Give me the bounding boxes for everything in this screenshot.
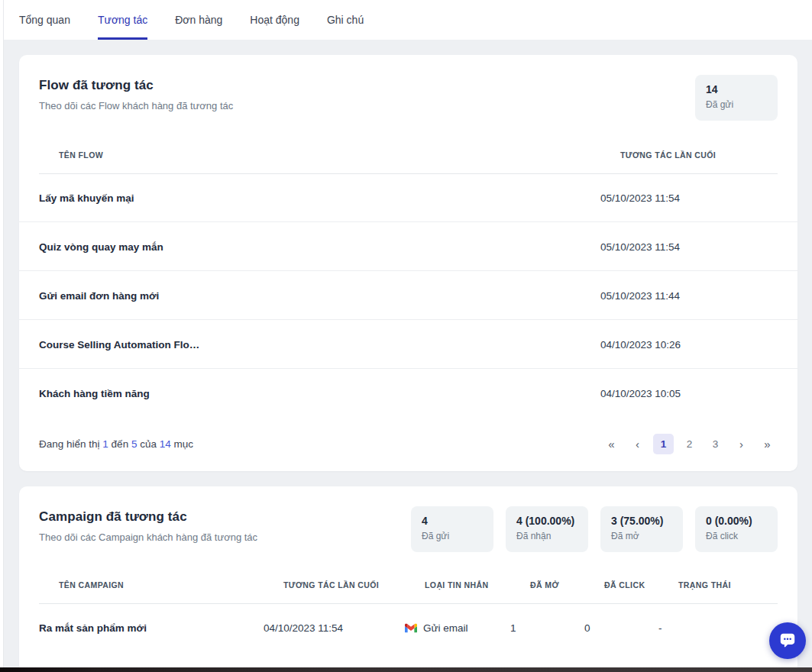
- campaign-table-header: TÊN CAMPAIGN TƯƠNG TÁC LẦN CUỐI LOẠI TIN…: [39, 580, 778, 603]
- flow-name[interactable]: Course Selling Automation Flo…: [39, 338, 199, 350]
- prev-page-button[interactable]: ‹: [627, 434, 648, 454]
- campaign-clicked-count: 0: [584, 622, 590, 634]
- bottom-edge-bar: [0, 667, 812, 672]
- first-page-button[interactable]: «: [601, 434, 622, 454]
- flow-last-interaction: 04/10/2023 10:05: [600, 388, 681, 399]
- table-row[interactable]: Gửi email đơn hàng mới 05/10/2023 11:44: [19, 271, 797, 320]
- summary-text: của: [140, 438, 157, 450]
- table-row[interactable]: Khách hàng tiềm năng 04/10/2023 10:05: [19, 369, 797, 418]
- flow-pagination: Đang hiển thị 1 đến 5 của 14 mục « ‹ 1 2…: [39, 416, 778, 471]
- gmail-icon: [405, 623, 417, 632]
- table-row[interactable]: Lấy mã khuyến mại 05/10/2023 11:54: [19, 173, 797, 222]
- campaign-interactions-card: Campaign đã tương tác Theo dõi các Campa…: [19, 486, 797, 672]
- message-type-label: Gửi email: [423, 622, 468, 634]
- campaign-status: -: [658, 622, 662, 634]
- col-tuong-tac-lan-cuoi: TƯƠNG TÁC LẦN CUỐI: [283, 580, 379, 590]
- tab-ghi-chu[interactable]: Ghi chú: [327, 0, 364, 40]
- stat-sent: 14 Đã gửi: [695, 75, 778, 121]
- stat-opened-value: 3 (75.00%): [611, 515, 672, 527]
- col-loai-tin-nhan: LOẠI TIN NHẮN: [425, 580, 488, 590]
- flow-table-body: Lấy mã khuyến mại 05/10/2023 11:54 Quiz …: [19, 173, 797, 418]
- chat-launcher-button[interactable]: [769, 622, 806, 659]
- tab-tong-quan[interactable]: Tổng quan: [19, 0, 70, 40]
- col-da-mo: ĐÃ MỞ: [530, 580, 559, 590]
- summary-total: 14: [160, 438, 171, 450]
- summary-from: 1: [102, 438, 108, 450]
- flow-card-subtitle: Theo dõi các Flow khách hàng đã tương tá…: [39, 100, 778, 111]
- flow-name[interactable]: Gửi email đơn hàng mới: [39, 289, 159, 301]
- col-da-click: ĐÃ CLICK: [604, 580, 645, 590]
- table-row[interactable]: Quiz vòng quay may mắn 05/10/2023 11:54: [19, 222, 797, 271]
- flow-last-interaction: 04/10/2023 10:26: [600, 338, 681, 350]
- page-button-3[interactable]: 3: [705, 434, 726, 454]
- flow-card-title: Flow đã tương tác: [39, 78, 778, 93]
- stat-clicked-value: 0 (0.00%): [706, 515, 767, 527]
- campaign-table-body: Ra mắt sản phẩm mới 04/10/2023 11:54 Gửi…: [19, 603, 797, 652]
- campaign-opened-count: 1: [510, 622, 516, 634]
- pager-controls: « ‹ 1 2 3 › »: [601, 434, 778, 454]
- stat-opened-label: Đã mở: [611, 531, 672, 541]
- stat-sent-label: Đã gửi: [706, 99, 767, 110]
- col-ten-flow: TÊN FLOW: [59, 150, 103, 160]
- tab-don-hang[interactable]: Đơn hàng: [175, 0, 222, 40]
- summary-text: mục: [174, 438, 194, 450]
- stat-sent-value: 4: [422, 515, 483, 527]
- stat-sent-label: Đã gửi: [422, 531, 483, 541]
- summary-text: Đang hiển thị: [39, 438, 100, 450]
- chat-bubble-icon: [778, 631, 797, 651]
- flow-name[interactable]: Lấy mã khuyến mại: [39, 192, 134, 203]
- table-row[interactable]: Course Selling Automation Flo… 04/10/202…: [19, 320, 797, 369]
- campaign-stats: 4 Đã gửi 4 (100.00%) Đã nhận 3 (75.00%) …: [411, 506, 778, 552]
- tab-hoat-dong[interactable]: Hoạt động: [250, 0, 299, 40]
- flow-stats: 14 Đã gửi: [695, 75, 778, 121]
- flow-name[interactable]: Khách hàng tiềm năng: [39, 388, 150, 399]
- stat-received: 4 (100.00%) Đã nhận: [506, 506, 588, 552]
- pagination-summary: Đang hiển thị 1 đến 5 của 14 mục: [39, 438, 193, 450]
- flow-interactions-card: Flow đã tương tác Theo dõi các Flow khác…: [19, 55, 797, 471]
- col-trang-thai: TRẠNG THÁI: [678, 580, 731, 590]
- summary-to: 5: [131, 438, 137, 450]
- window-left-edge: [0, 0, 4, 672]
- flow-last-interaction: 05/10/2023 11:44: [600, 289, 680, 301]
- flow-last-interaction: 05/10/2023 11:54: [600, 192, 680, 203]
- next-page-button[interactable]: ›: [731, 434, 752, 454]
- stat-opened: 3 (75.00%) Đã mở: [600, 506, 683, 552]
- summary-text: đến: [112, 438, 129, 450]
- col-tuong-tac-lan-cuoi: TƯƠNG TÁC LẦN CUỐI: [620, 150, 716, 160]
- flow-table-header: TÊN FLOW TƯƠNG TÁC LẦN CUỐI: [39, 150, 778, 173]
- stat-received-value: 4 (100.00%): [516, 515, 577, 527]
- campaign-last-interaction: 04/10/2023 11:54: [264, 622, 343, 634]
- stat-clicked: 0 (0.00%) Đã click: [695, 506, 778, 552]
- tab-tuong-tac[interactable]: Tương tác: [98, 0, 147, 40]
- stat-received-label: Đã nhận: [516, 531, 577, 541]
- page-button-1[interactable]: 1: [653, 434, 674, 454]
- stat-sent: 4 Đã gửi: [411, 506, 493, 552]
- last-page-button[interactable]: »: [757, 434, 778, 454]
- flow-last-interaction: 05/10/2023 11:54: [600, 241, 680, 252]
- col-ten-campaign: TÊN CAMPAIGN: [59, 580, 124, 590]
- table-row[interactable]: Ra mắt sản phẩm mới 04/10/2023 11:54 Gửi…: [19, 603, 797, 652]
- stat-sent-value: 14: [706, 83, 767, 95]
- campaign-name[interactable]: Ra mắt sản phẩm mới: [39, 622, 147, 634]
- page-button-2[interactable]: 2: [679, 434, 700, 454]
- flow-name[interactable]: Quiz vòng quay may mắn: [39, 241, 163, 252]
- detail-tabs: Tổng quan Tương tác Đơn hàng Hoạt động G…: [0, 0, 812, 40]
- stat-clicked-label: Đã click: [706, 531, 767, 541]
- campaign-message-type: Gửi email: [405, 622, 468, 634]
